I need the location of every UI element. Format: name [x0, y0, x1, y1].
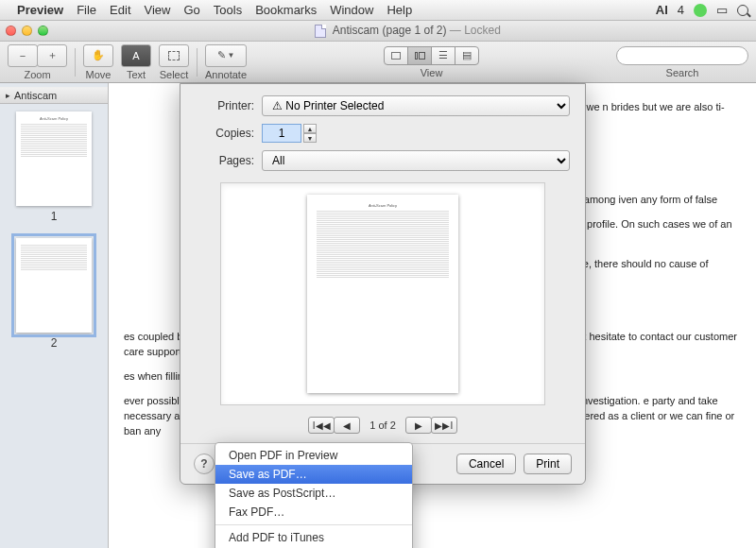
menu-edit[interactable]: Edit: [110, 3, 130, 17]
pages-select[interactable]: All: [262, 150, 570, 171]
move-tool-button[interactable]: ✋: [83, 44, 113, 67]
select-tool-button[interactable]: [159, 44, 189, 67]
spotlight-icon[interactable]: [737, 5, 748, 16]
window-title-locked: — Locked: [450, 24, 501, 37]
page-indicator: 1 of 2: [369, 420, 396, 431]
view-mode-contact-sheet[interactable]: ☰: [431, 46, 455, 65]
menu-window[interactable]: Window: [330, 3, 373, 17]
print-button[interactable]: Print: [524, 454, 572, 474]
thumbnail-1-number: 1: [8, 210, 100, 223]
pdf-menu: Open PDF in Preview Save as PDF… Save as…: [215, 442, 413, 548]
zoom-label: Zoom: [24, 69, 50, 80]
text-tool-button[interactable]: A: [121, 44, 151, 67]
pdf-menu-add-to-itunes[interactable]: Add PDF to iTunes: [215, 528, 412, 547]
sidebar-title: Antiscam: [14, 90, 57, 101]
copies-label: Copies:: [196, 127, 254, 140]
move-label: Move: [86, 69, 112, 80]
last-page-button[interactable]: ▶▶I: [431, 417, 457, 434]
close-window-button[interactable]: [6, 26, 16, 36]
toolbar: − ＋ Zoom ✋ Move A Text Select ✎▼ Annotat…: [0, 42, 756, 83]
menu-view[interactable]: View: [145, 3, 171, 17]
display-icon[interactable]: ▭: [716, 3, 728, 17]
pdf-menu-open-in-preview[interactable]: Open PDF in Preview: [215, 446, 412, 465]
copies-stepper[interactable]: ▲▼: [303, 124, 317, 143]
cancel-button[interactable]: Cancel: [456, 454, 516, 474]
view-mode-toc[interactable]: ▤: [455, 46, 479, 65]
menu-help[interactable]: Help: [387, 3, 412, 17]
search-label: Search: [666, 67, 699, 78]
help-button[interactable]: ?: [194, 454, 215, 474]
view-mode-thumbnails[interactable]: [407, 46, 432, 65]
next-page-button[interactable]: ▶: [405, 417, 432, 434]
sidebar: ▸ Antiscam Anti-Scam Policy 1 2: [0, 83, 109, 548]
annotate-label: Annotate: [205, 69, 247, 80]
zoom-out-button[interactable]: −: [8, 44, 38, 67]
menu-separator: [215, 524, 412, 525]
document-icon: [315, 25, 326, 38]
pdf-menu-save-as-pdf[interactable]: Save as PDF…: [215, 465, 412, 484]
prev-page-button[interactable]: ◀: [334, 417, 360, 434]
printer-select[interactable]: ⚠ No Printer Selected: [262, 95, 570, 116]
creative-cloud-icon[interactable]: AI: [656, 3, 668, 17]
search-input[interactable]: [616, 46, 748, 65]
view-mode-content-only[interactable]: [384, 46, 408, 65]
view-mode-segmented[interactable]: ☰ ▤: [384, 46, 479, 65]
sidebar-header[interactable]: ▸ Antiscam: [0, 87, 108, 104]
menu-bookmarks[interactable]: Bookmarks: [255, 3, 317, 17]
itunes-icon[interactable]: [694, 4, 707, 17]
pages-label: Pages:: [196, 154, 254, 167]
pdf-menu-save-as-postscript[interactable]: Save as PostScript…: [215, 484, 412, 503]
print-preview-page: Anti-Scam Policy: [307, 195, 458, 393]
text-label: Text: [127, 69, 146, 80]
maximize-window-button[interactable]: [38, 26, 48, 36]
window-title-doc: Antiscam: [333, 24, 379, 37]
view-label: View: [421, 67, 443, 78]
print-preview-area: Anti-Scam Policy: [220, 182, 545, 405]
select-label: Select: [160, 69, 189, 80]
minimize-window-button[interactable]: [22, 26, 32, 36]
thumbnail-2-number: 2: [8, 336, 100, 350]
print-dialog: Printer: ⚠ No Printer Selected Copies: ▲…: [180, 83, 586, 485]
zoom-in-button[interactable]: ＋: [37, 44, 67, 67]
window-titlebar: Antiscam (page 1 of 2) — Locked: [0, 21, 756, 42]
menu-tools[interactable]: Tools: [214, 3, 242, 17]
printer-label: Printer:: [196, 99, 254, 112]
pdf-menu-fax-pdf[interactable]: Fax PDF…: [215, 503, 412, 522]
copies-input[interactable]: [262, 124, 301, 143]
menu-file[interactable]: File: [77, 3, 96, 17]
app-menu[interactable]: Preview: [17, 3, 63, 17]
thumbnail-1[interactable]: Anti-Scam Policy 1: [0, 104, 108, 231]
thumbnail-2[interactable]: 2: [0, 231, 108, 357]
menubar: Preview File Edit View Go Tools Bookmark…: [0, 0, 756, 21]
menu-go[interactable]: Go: [183, 3, 199, 17]
window-title-pages: (page 1 of 2): [382, 24, 446, 37]
first-page-button[interactable]: I◀◀: [308, 417, 335, 434]
notification-count[interactable]: 4: [678, 3, 684, 17]
annotate-button[interactable]: ✎▼: [205, 44, 247, 67]
